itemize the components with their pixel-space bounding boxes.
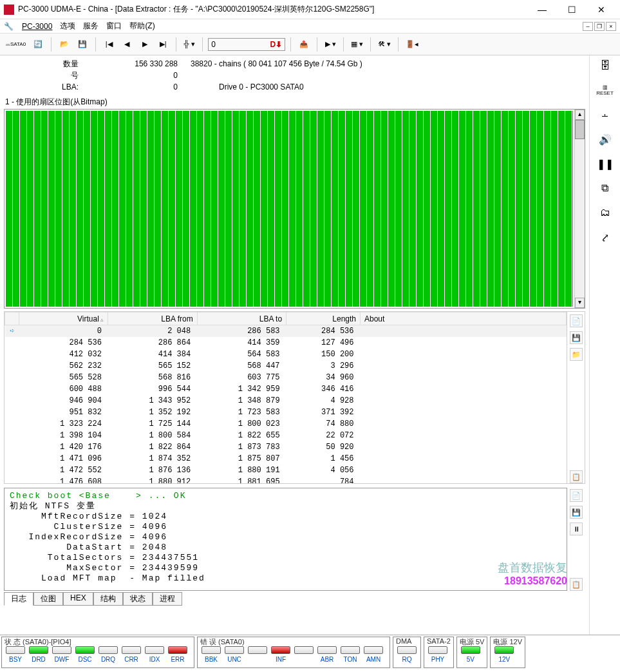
table-row[interactable]: 1 323 2241 725 1441 800 02374 880 [5, 418, 567, 430]
info-val-lba: 0 [84, 82, 187, 91]
table-row[interactable]: 562 232565 152568 4473 296 [5, 360, 567, 372]
grid-icon[interactable]: ╬ ▾ [182, 37, 197, 52]
log-save-icon[interactable]: 💾 [570, 506, 583, 519]
minimize-button[interactable]: — [527, 0, 557, 19]
log-pause-icon[interactable]: ⏸ [570, 523, 583, 535]
led-blank [247, 646, 268, 663]
tab-hex[interactable]: HEX [63, 592, 93, 606]
app-icon [4, 5, 14, 15]
play-icon[interactable]: ▶ ▾ [323, 37, 338, 52]
tools-icon[interactable]: 🛠 ▾ [376, 37, 393, 52]
first-icon[interactable]: |◀ [101, 37, 117, 52]
log-box: Check boot <Base > ... OK初始化 NTFS 变量 Mft… [4, 488, 567, 591]
led-DSC: DSC [74, 646, 96, 663]
menu-brand[interactable]: PC-3000 [22, 22, 52, 31]
tab-struct[interactable]: 结构 [93, 592, 123, 606]
menu-window[interactable]: 窗口 [106, 21, 122, 32]
led-ERR: ERR [167, 646, 189, 663]
maximize-button[interactable]: ☐ [557, 0, 587, 19]
scroll-up-icon[interactable]: ▴ [575, 110, 585, 120]
table-row[interactable]: 1 420 1761 822 8641 873 78350 920 [5, 441, 567, 453]
col-virtual[interactable]: Virtual [19, 312, 108, 325]
tab-state[interactable]: 状态 [123, 592, 153, 606]
sound-icon[interactable]: 🔊 [597, 131, 613, 147]
lba-table: Virtual LBA from LBA to Length About ➪02… [4, 311, 585, 484]
refresh-icon[interactable]: 🔄 [30, 37, 46, 52]
led-AMN: AMN [362, 646, 384, 663]
col-lbafrom[interactable]: LBA from [108, 312, 197, 325]
tab-log[interactable]: 日志 [4, 592, 33, 606]
led-ABR: ABR [316, 646, 338, 663]
tab-process[interactable]: 进程 [153, 592, 182, 606]
table-row[interactable]: ➪02 048286 583284 536 [5, 325, 567, 337]
bitmap-area[interactable]: ▴ ▾ [4, 109, 585, 309]
table-row[interactable]: 284 536286 864414 359127 496 [5, 337, 567, 349]
right-toolbar: 🗄 ▥RESET ⫠ 🔊 ❚❚ ⧉ 🗂 ⤤ [589, 55, 620, 635]
open-icon[interactable]: 📂 [57, 37, 72, 52]
reset-icon[interactable]: ▥RESET [597, 82, 613, 98]
brand-icon: 🔧 [4, 22, 14, 31]
log-copy-icon[interactable]: 📋 [570, 578, 583, 591]
bottom-tabs: 日志 位图 HEX 结构 状态 进程 [4, 592, 585, 606]
table-row[interactable]: 565 528568 816603 77534 960 [5, 372, 567, 383]
table-row[interactable]: 412 032414 384564 583150 200 [5, 349, 567, 360]
menu-help[interactable]: 帮助(Z) [129, 21, 155, 32]
pause2-icon[interactable]: ❚❚ [597, 156, 613, 171]
address-input[interactable]: 0D⬇ [208, 38, 285, 51]
table-folder-icon[interactable]: 📁 [570, 348, 583, 361]
led-BSY: BSY [5, 646, 26, 663]
info-label-num: 号 [45, 70, 84, 81]
table-row[interactable]: 946 9041 343 9521 348 8794 928 [5, 395, 567, 407]
scroll-thumb[interactable] [575, 120, 585, 139]
sata-indicator[interactable]: ⎓SATA0 [4, 37, 28, 52]
toolbar: ⎓SATA0 🔄 📂 💾 |◀ ◀ ▶ ▶| ╬ ▾ 0D⬇ 📤 ▶ ▾ ▦ ▾… [0, 34, 620, 55]
table-row[interactable]: 1 472 5521 876 1361 880 1914 056 [5, 465, 567, 476]
led-5V: 5V [460, 646, 482, 663]
prev-icon[interactable]: ◀ [119, 37, 135, 52]
bitmap-scrollbar[interactable]: ▴ ▾ [574, 110, 585, 308]
log-new-icon[interactable]: 📄 [570, 489, 583, 502]
scroll-down-icon[interactable]: ▾ [575, 298, 585, 308]
mdi-restore[interactable]: ❐ [594, 22, 605, 31]
layers-icon[interactable]: 🗂 [597, 205, 613, 220]
table-add-icon[interactable]: 📄 [570, 314, 583, 327]
led-BBK: BBK [200, 646, 222, 663]
table-row[interactable]: 951 8321 352 1921 723 583371 392 [5, 407, 567, 418]
led-UNC: UNC [223, 646, 245, 663]
col-lbato[interactable]: LBA to [197, 312, 286, 325]
bitmap-label: 1 - 使用的扇区位图(从Bitmap) [0, 95, 589, 109]
chain-icon[interactable]: ⧉ [597, 180, 613, 196]
probe-icon[interactable]: ⫠ [597, 107, 613, 122]
last-icon[interactable]: ▶| [155, 37, 171, 52]
led-CRR: CRR [120, 646, 142, 663]
tab-bitmap[interactable]: 位图 [33, 592, 63, 606]
table-row[interactable]: 600 488996 5441 342 959346 416 [5, 383, 567, 395]
export-icon[interactable]: 📤 [296, 37, 312, 52]
next-icon[interactable]: ▶ [137, 37, 153, 52]
menu-options[interactable]: 选项 [60, 21, 75, 32]
col-length[interactable]: Length [287, 312, 361, 325]
db-icon[interactable]: 🗄 [597, 58, 613, 73]
extract-icon[interactable]: ⤤ [597, 229, 613, 245]
menu-services[interactable]: 服务 [83, 21, 99, 32]
table-copy-icon[interactable]: 📋 [570, 470, 583, 483]
col-about[interactable]: About [361, 312, 567, 325]
table-row[interactable]: 1 398 1041 800 5841 822 65522 072 [5, 430, 567, 441]
save-icon[interactable]: 💾 [75, 37, 90, 52]
led-blank [293, 646, 315, 663]
mdi-minimize[interactable]: – [583, 22, 593, 31]
table-row[interactable]: 1 471 0961 874 3521 875 8071 456 [5, 453, 567, 465]
info-extra-count: 38820 - chains ( 80 041 107 456 Byte / 7… [187, 59, 362, 68]
info-val-num: 0 [84, 71, 187, 80]
led-DRQ: DRQ [97, 646, 119, 663]
close-button[interactable]: ✕ [587, 0, 616, 19]
table-row[interactable]: 1 476 6081 880 9121 881 695784 [5, 476, 567, 484]
titlebar: PC-3000 UDMA-E - China - [Data Extractor… [0, 0, 620, 19]
table-save-icon[interactable]: 💾 [570, 331, 583, 344]
info-label-count: 数量 [45, 59, 84, 70]
led-INF: INF [270, 646, 292, 663]
exit-icon[interactable]: 🚪◂ [404, 37, 420, 52]
menubar: 🔧 PC-3000 选项 服务 窗口 帮助(Z) – ❐ × [0, 19, 620, 34]
grid2-icon[interactable]: ▦ ▾ [349, 37, 365, 52]
mdi-close[interactable]: × [606, 22, 616, 31]
